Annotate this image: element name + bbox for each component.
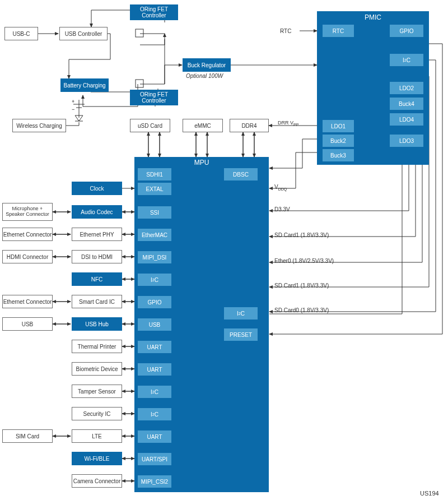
eth0-label: Ether0 (1.8V/2.5V/3.3V) — [274, 258, 334, 264]
audio-codec-block: Audio Codec — [72, 205, 122, 219]
mpu-uart1-pin: UART — [138, 341, 171, 353]
mpu-ssi-pin: SSI — [138, 206, 171, 219]
pmic-rtc-pin: RTC — [323, 25, 354, 37]
nfc-block: NFC — [72, 272, 122, 286]
pmic-block: PMIC RTC LDO1 Buck2 Buck3 GPIO I2C LDO2 … — [317, 11, 429, 165]
buck-note: Optional 100W — [186, 73, 223, 79]
mpu-i2c-right-pin: I2C — [224, 307, 258, 320]
d33v-label: D3.3V — [274, 206, 290, 212]
pmic-buck4-pin: Buck4 — [390, 98, 423, 110]
pmic-ldo4-pin: LDO4 — [390, 113, 423, 126]
svg-text:+: + — [72, 99, 74, 104]
oring2-block: ORing FET Controller — [130, 90, 178, 105]
usb-conn-block: USB — [2, 317, 53, 331]
pmic-ldo2-pin: LDO2 — [390, 82, 423, 94]
mpu-gpio-pin: GPIO — [138, 296, 171, 308]
mpu-title: MPU — [134, 157, 269, 166]
wireless-charging-block: Wireless Charging — [12, 119, 66, 132]
mpu-usb-pin: USB — [138, 318, 171, 331]
sd0-label: SD Card0 (1.8V/3.3V) — [274, 307, 329, 313]
hdmi-conn-block: HDMI Connector — [2, 250, 53, 263]
biometric-block: Biometric Device — [72, 362, 122, 376]
usd-block: uSD Card — [130, 119, 170, 132]
pmic-gpio-pin: GPIO — [390, 25, 423, 37]
camera-conn-block: Camera Connector — [72, 474, 122, 488]
svg-rect-6 — [136, 29, 143, 37]
mpu-mipidsi-pin: MIPI_DSI — [138, 251, 171, 263]
wifi-ble-block: Wi-Fi/BLE — [72, 452, 122, 465]
pmic-title: PMIC — [317, 11, 429, 21]
mpu-i2c3-pin: I2C — [138, 408, 171, 420]
mpu-extal-pin: EXTAL — [138, 183, 171, 195]
sd1a-label: SD Card1 (1.8V/3.3V) — [274, 232, 329, 238]
clock-block: Clock — [72, 182, 122, 195]
mpu-ethermac-pin: EtherMAC — [138, 229, 171, 241]
mpu-uart3-pin: UART — [138, 430, 171, 443]
diagram-id: US194 — [420, 490, 439, 497]
eth-conn2-block: Ethernet Connector — [2, 295, 53, 308]
svg-text:−: − — [72, 107, 74, 112]
dsi-hdmi-block: DSI to HDMI — [72, 250, 122, 263]
pmic-buck3-pin: Buck3 — [323, 149, 354, 161]
rtc-input-label: RTC — [280, 28, 291, 34]
pmic-ldo1-pin: LDO1 — [323, 120, 354, 132]
buck-regulator-block: Buck Regulator — [183, 58, 231, 72]
mic-spk-block: Microphone + Speaker Connector — [2, 203, 53, 221]
oring1-block: ORing FET Controller — [130, 4, 178, 20]
battery-charging-block: Battery Charging — [60, 78, 109, 92]
sd1b-label: SD Card1 (1.8V/3.3V) — [274, 283, 329, 289]
security-ic-block: Security IC — [72, 407, 122, 420]
usb-controller-block: USB Controller — [59, 27, 108, 40]
lte-block: LTE — [72, 429, 122, 443]
pmic-ldo3-pin: LDO3 — [390, 135, 423, 147]
pmic-i2c-pin: I2C — [390, 54, 423, 66]
eth-conn1-block: Ethernet Connector — [2, 228, 53, 241]
usbc-block: USB-C — [4, 27, 38, 40]
smartcard-block: Smart Card IC — [72, 295, 122, 308]
ddr4-block: DDR4 — [230, 119, 269, 132]
mpu-preset-pin: PRESET — [224, 328, 258, 341]
pmic-buck2-pin: Buck2 — [323, 135, 354, 147]
sim-block: SIM Card — [2, 429, 53, 443]
tamper-block: Tamper Sensor — [72, 385, 122, 398]
mpu-uart2-pin: UART — [138, 363, 171, 376]
mpu-dbsc-pin: DBSC — [224, 168, 258, 180]
mpu-uartspi-pin: UART/SPI — [138, 453, 171, 465]
mpu-block: MPU SDHI1 DBSC EXTAL SSI EtherMAC MIPI_D… — [134, 157, 269, 492]
mpu-i2c2-pin: I2C — [138, 386, 171, 398]
eth-phy-block: Ethernet PHY — [72, 228, 122, 241]
ddr-vpp-label: DRR VPP — [278, 120, 298, 127]
vddq-label: VDDQ — [274, 184, 287, 191]
mpu-sdhi1-pin: SDHI1 — [138, 168, 171, 180]
thermal-printer-block: Thermal Printer — [72, 340, 122, 353]
svg-rect-7 — [136, 80, 143, 87]
mpu-mipicsi2-pin: MIPI_CSI2 — [138, 475, 171, 488]
mpu-i2c1-pin: I2C — [138, 274, 171, 286]
emmc-block: eMMC — [183, 119, 223, 132]
usb-hub-block: USB Hub — [72, 317, 122, 331]
